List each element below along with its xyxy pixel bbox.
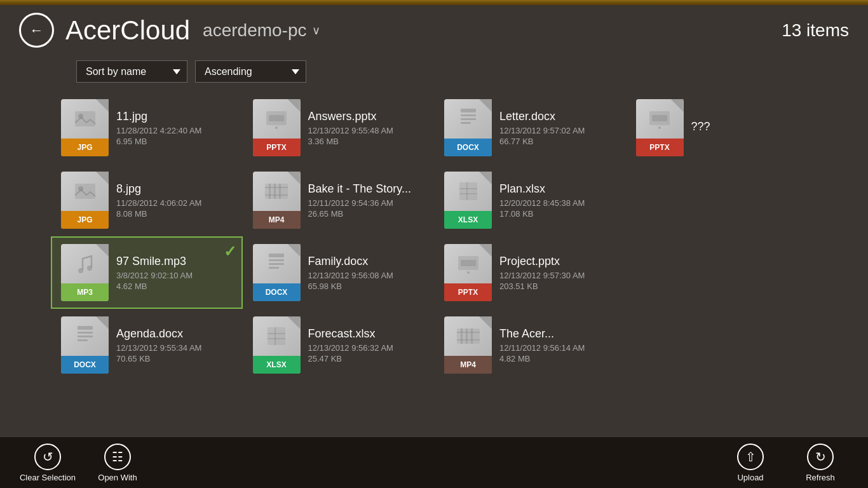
- file-item[interactable]: PPTXAnswers.pptx12/13/2012 9:55:48 AM3.3…: [243, 92, 435, 164]
- file-info: 11.jpg11/28/2012 4:22:40 AM6.95 MB: [116, 110, 233, 146]
- file-icon-wrapper: PPTX: [444, 244, 492, 301]
- back-button[interactable]: ←: [19, 13, 54, 48]
- file-item[interactable]: MP4Bake it - The Story...12/11/2012 9:54…: [243, 164, 435, 236]
- file-info: Project.pptx12/13/2012 9:57:30 AM203.51 …: [499, 255, 616, 291]
- file-type-badge: JPG: [61, 139, 109, 156]
- svg-rect-17: [269, 184, 271, 199]
- file-size: 8.08 MB: [116, 209, 233, 219]
- svg-point-31: [467, 271, 470, 274]
- file-icon-wrapper: DOCX: [61, 316, 109, 374]
- svg-rect-33: [78, 326, 93, 330]
- file-date: 12/13/2012 9:55:48 AM: [308, 126, 424, 135]
- file-item[interactable]: JPG11.jpg11/28/2012 4:22:40 AM6.95 MB: [51, 92, 243, 164]
- file-size: 17.08 KB: [499, 209, 616, 219]
- file-icon-wrapper: XLSX: [444, 172, 492, 229]
- svg-rect-28: [269, 263, 284, 265]
- file-grid-container: JPG11.jpg11/28/2012 4:22:40 AM6.95 MB PP…: [0, 92, 868, 381]
- file-size: 66.77 KB: [499, 137, 616, 146]
- file-icon-bg: PPTX: [444, 244, 492, 301]
- open-with-button[interactable]: ☷ Open With: [83, 437, 153, 488]
- file-type-badge: XLSX: [444, 211, 492, 229]
- file-item[interactable]: DOCXAgenda.docx12/13/2012 9:55:34 AM70.6…: [51, 309, 243, 381]
- svg-rect-36: [78, 339, 88, 341]
- file-icon-wrapper: JPG: [61, 172, 109, 229]
- file-item[interactable]: PPTXProject.pptx12/13/2012 9:57:30 AM203…: [434, 236, 626, 309]
- svg-rect-14: [265, 184, 288, 199]
- file-type-badge: JPG: [61, 211, 109, 229]
- file-date: 3/8/2012 9:02:10 AM: [116, 271, 233, 280]
- svg-rect-20: [459, 182, 477, 200]
- file-size: 70.65 KB: [116, 354, 233, 363]
- file-name: Plan.xlsx: [499, 182, 616, 196]
- items-count: 13 items: [782, 20, 849, 41]
- file-size: 25.47 KB: [308, 354, 424, 363]
- file-item[interactable]: XLSXForecast.xlsx12/13/2012 9:56:32 AM25…: [243, 309, 435, 381]
- file-type-badge: DOCX: [61, 356, 109, 374]
- upload-button[interactable]: ⇧ Upload: [715, 437, 785, 488]
- file-date: 11/28/2012 4:06:02 AM: [116, 198, 233, 208]
- device-chevron-icon: ∨: [312, 24, 320, 37]
- file-info: Bake it - The Story...12/11/2012 9:54:36…: [308, 182, 424, 219]
- header: ← AcerCloud acerdemo-pc ∨ 13 items: [0, 5, 868, 55]
- svg-rect-41: [457, 329, 480, 344]
- file-item[interactable]: JPG8.jpg11/28/2012 4:06:02 AM8.08 MB: [51, 164, 243, 236]
- file-info: Answers.pptx12/13/2012 9:55:48 AM3.36 MB: [308, 110, 424, 146]
- svg-rect-32: [461, 260, 476, 266]
- svg-rect-26: [269, 254, 284, 257]
- file-grid: JPG11.jpg11/28/2012 4:22:40 AM6.95 MB PP…: [0, 92, 868, 381]
- file-date: 12/13/2012 9:56:32 AM: [308, 343, 424, 353]
- file-item[interactable]: MP4The Acer...12/11/2012 9:56:14 AM4.82 …: [434, 309, 626, 381]
- file-type-badge: DOCX: [444, 139, 492, 156]
- app-title: AcerCloud: [65, 15, 190, 46]
- toolbar: Sort by name Sort by date Sort by size A…: [0, 55, 868, 92]
- file-item[interactable]: DOCXLetter.docx12/13/2012 9:57:02 AM66.7…: [434, 92, 626, 164]
- file-info: Family.docx12/13/2012 9:56:08 AM65.98 KB: [308, 255, 424, 291]
- file-icon-wrapper: MP3: [61, 244, 109, 301]
- svg-rect-15: [265, 187, 288, 188]
- open-with-label: Open With: [98, 473, 137, 482]
- file-icon-wrapper: XLSX: [253, 316, 301, 374]
- refresh-button[interactable]: ↻ Refresh: [785, 437, 855, 488]
- file-info: Agenda.docx12/13/2012 9:55:34 AM70.65 KB: [116, 327, 233, 363]
- sort-by-select[interactable]: Sort by name Sort by date Sort by size: [76, 60, 187, 83]
- file-icon-bg: DOCX: [253, 244, 301, 301]
- svg-point-3: [275, 126, 278, 129]
- taskbar: ↺ Clear Selection ☷ Open With ⇧ Upload ↻…: [0, 437, 868, 488]
- file-type-badge: MP4: [253, 211, 301, 229]
- file-icon-bg: JPG: [61, 99, 109, 156]
- svg-rect-34: [78, 332, 93, 334]
- file-type-badge: PPTX: [444, 283, 492, 301]
- svg-rect-18: [274, 184, 276, 199]
- file-name: ???: [691, 120, 808, 133]
- file-info: Letter.docx12/13/2012 9:57:02 AM66.77 KB: [499, 110, 616, 146]
- file-icon-bg: PPTX: [636, 99, 684, 156]
- svg-rect-0: [75, 111, 95, 126]
- file-icon-bg: XLSX: [253, 316, 301, 374]
- file-name: Agenda.docx: [116, 327, 233, 341]
- svg-point-10: [658, 126, 661, 129]
- device-name[interactable]: acerdemo-pc ∨: [203, 20, 320, 41]
- clear-selection-label: Clear Selection: [20, 473, 76, 482]
- file-name: Letter.docx: [499, 110, 616, 123]
- svg-rect-27: [269, 259, 284, 261]
- file-icon-bg: MP4: [444, 316, 492, 374]
- file-item[interactable]: MP397 Smile.mp33/8/2012 9:02:10 AM4.62 M…: [51, 236, 243, 309]
- file-item[interactable]: PPTX???: [626, 92, 818, 164]
- file-name: Project.pptx: [499, 255, 616, 268]
- svg-rect-37: [268, 327, 285, 345]
- file-icon-bg: MP4: [253, 172, 301, 229]
- clear-selection-button[interactable]: ↺ Clear Selection: [13, 437, 83, 488]
- file-info: ???: [691, 120, 808, 136]
- file-item[interactable]: XLSXPlan.xlsx12/20/2012 8:45:38 AM17.08 …: [434, 164, 626, 236]
- svg-rect-4: [269, 115, 284, 121]
- back-arrow-icon: ←: [30, 22, 44, 39]
- file-name: Family.docx: [308, 255, 424, 268]
- upload-icon: ⇧: [737, 444, 764, 470]
- sort-order-select[interactable]: Ascending Descending: [195, 60, 306, 83]
- file-type-badge: DOCX: [253, 283, 301, 301]
- file-date: 12/11/2012 9:54:36 AM: [308, 198, 424, 208]
- file-item[interactable]: DOCXFamily.docx12/13/2012 9:56:08 AM65.9…: [243, 236, 435, 309]
- file-icon-wrapper: PPTX: [636, 99, 684, 156]
- file-type-badge: PPTX: [253, 139, 301, 156]
- file-date: 12/11/2012 9:56:14 AM: [499, 343, 616, 353]
